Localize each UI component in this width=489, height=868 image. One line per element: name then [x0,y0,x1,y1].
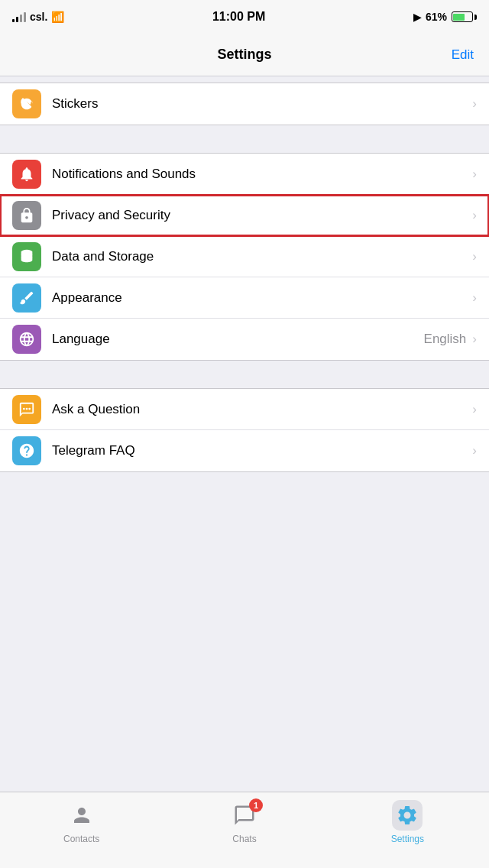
page-title: Settings [217,47,271,63]
edit-button[interactable]: Edit [452,47,474,63]
bell-svg-icon [18,166,35,183]
svg-point-2 [26,407,28,410]
section-spacer-1 [0,125,489,153]
privacy-icon [12,201,41,230]
stickers-label: Stickers [52,96,472,112]
question-svg-icon [18,442,35,459]
tab-chats[interactable]: 1 Chats [199,800,290,844]
brush-svg-icon [18,290,35,306]
settings-icon [396,804,419,827]
status-bar: csl. 📶 11:00 PM ▶ 61% [0,0,489,34]
tab-settings[interactable]: Settings [361,800,453,844]
data-storage-item[interactable]: Data and Storage › [0,236,489,277]
tab-bar: Contacts 1 Chats Settings [0,792,489,868]
notifications-chevron: › [472,167,477,182]
notifications-item[interactable]: Notifications and Sounds › [0,154,489,195]
privacy-item[interactable]: Privacy and Security › [0,195,489,236]
settings-section-1: Stickers › [0,83,489,125]
stickers-icon [12,89,41,118]
globe-svg-icon [18,331,35,348]
wifi-icon: 📶 [51,11,64,23]
stickers-chevron: › [472,96,477,112]
privacy-chevron: › [472,208,477,223]
notifications-label: Notifications and Sounds [52,167,472,182]
status-left: csl. 📶 [12,11,64,23]
tab-contacts[interactable]: Contacts [36,800,128,844]
notifications-icon [12,160,41,189]
appearance-item[interactable]: Appearance › [0,277,489,319]
navigation-bar: Settings Edit [0,34,489,76]
contacts-icon [70,804,93,827]
contacts-icon-wrap [66,800,97,831]
stickers-item[interactable]: Stickers › [0,83,489,125]
carrier-label: csl. [30,11,47,23]
data-storage-label: Data and Storage [52,249,472,264]
ask-question-icon [12,395,41,424]
language-item[interactable]: Language English › [0,319,489,360]
ask-question-label: Ask a Question [52,402,472,417]
language-icon [12,325,41,354]
tab-contacts-label: Contacts [63,834,99,844]
lock-svg-icon [18,207,35,224]
data-storage-chevron: › [472,249,477,264]
chats-icon-wrap: 1 [229,800,260,831]
ask-question-item[interactable]: Ask a Question › [0,389,489,430]
section-spacer-3 [0,472,489,500]
tab-settings-label: Settings [391,834,424,844]
language-value: English [424,332,467,347]
settings-icon-wrap [392,800,423,831]
chats-badge: 1 [249,798,263,812]
battery-percent: 61% [426,11,447,23]
faq-label: Telegram FAQ [52,443,472,458]
status-time: 11:00 PM [212,10,265,24]
settings-section-3: Ask a Question › Telegram FAQ › [0,388,489,472]
section-spacer-2 [0,361,489,388]
sticker-svg-icon [18,96,35,112]
battery-icon [452,11,477,22]
language-chevron: › [472,332,477,347]
chat-bubble-svg-icon [18,401,35,418]
faq-chevron: › [472,443,477,458]
data-storage-icon [12,242,41,271]
settings-section-2: Notifications and Sounds › Privacy and S… [0,153,489,361]
appearance-label: Appearance [52,290,472,306]
appearance-icon [12,283,41,313]
appearance-chevron: › [472,290,477,306]
tab-chats-label: Chats [232,834,256,844]
section-spacer-top [0,76,489,83]
database-svg-icon [18,248,35,265]
language-label: Language [52,332,424,347]
ask-question-chevron: › [472,402,477,417]
faq-icon [12,436,41,465]
location-icon: ▶ [413,11,421,23]
svg-point-1 [23,407,25,410]
status-right: ▶ 61% [413,11,477,23]
signal-bars-icon [12,11,26,22]
faq-item[interactable]: Telegram FAQ › [0,430,489,471]
svg-point-3 [28,407,31,410]
privacy-label: Privacy and Security [52,208,472,223]
